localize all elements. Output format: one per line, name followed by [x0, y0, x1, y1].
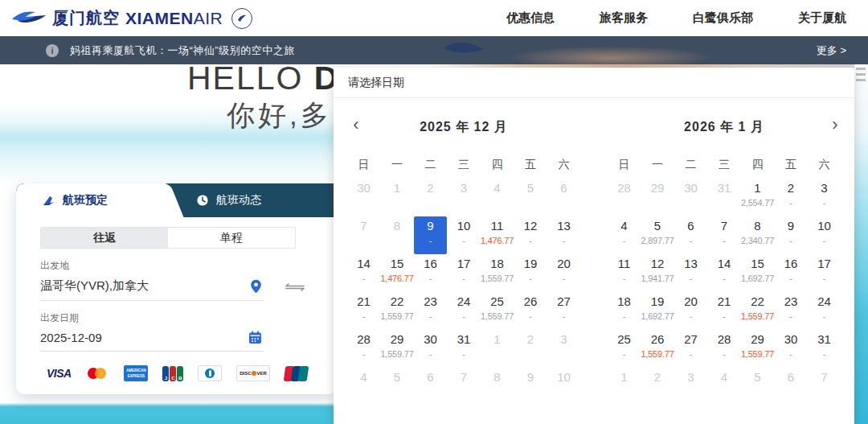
day-cell[interactable]: 121,941.77	[641, 254, 674, 292]
day-cell[interactable]: 25-	[608, 330, 641, 368]
nav-item[interactable]: 优惠信息	[506, 10, 555, 26]
day-cell[interactable]: 4-	[608, 216, 641, 254]
day-number: 2	[514, 332, 547, 347]
weekday-label: 五	[774, 158, 808, 174]
month-block: 2026 年 1 月日一二三四五六2829303112,554.772-3-4-…	[594, 98, 854, 405]
weekday-label: 六	[547, 158, 581, 174]
weekday-label: 四	[481, 158, 514, 174]
day-cell[interactable]: 11-	[608, 254, 641, 292]
day-cell[interactable]: 14-	[347, 254, 381, 292]
day-number: 23	[774, 294, 808, 309]
day-cell[interactable]: 27-	[547, 292, 581, 330]
day-cell[interactable]: 111,476.77	[481, 216, 514, 254]
day-cell: 4	[347, 368, 381, 405]
day-number: 26	[641, 332, 674, 347]
day-cell[interactable]: 10-	[808, 216, 841, 254]
day-number: 27	[674, 332, 708, 347]
day-number: 7	[707, 219, 741, 233]
calendar-icon[interactable]	[248, 331, 262, 344]
day-cell[interactable]: 18-	[608, 292, 641, 330]
day-cell[interactable]: 31-	[447, 330, 481, 368]
day-cell[interactable]: 13-	[547, 216, 581, 254]
day-number: 1	[741, 181, 775, 196]
day-cell[interactable]: 10-	[447, 216, 481, 254]
day-cell[interactable]: 82,340.77	[741, 216, 775, 254]
day-number: 1	[608, 370, 641, 385]
weekday-label: 二	[674, 158, 708, 174]
day-price: -	[774, 311, 808, 322]
day-cell[interactable]: 291,559.77	[380, 330, 414, 368]
day-cell[interactable]: 23-	[774, 292, 808, 330]
tab-flight-booking[interactable]: 航班预定	[16, 183, 166, 217]
day-cell[interactable]: 7-	[707, 216, 741, 254]
day-cell[interactable]: 24-	[808, 292, 841, 330]
nav-item[interactable]: 关于厦航	[798, 10, 846, 26]
day-cell[interactable]: 21-	[707, 292, 741, 330]
day-number: 10	[547, 370, 581, 385]
day-cell[interactable]: 151,476.77	[380, 254, 414, 292]
day-cell: 6	[414, 368, 448, 405]
day-cell[interactable]: 6-	[674, 216, 708, 254]
day-cell[interactable]: 9-	[414, 216, 448, 254]
day-cell[interactable]: 17-	[808, 254, 841, 292]
weekday-label: 四	[741, 158, 775, 174]
day-cell[interactable]: 19-	[514, 254, 547, 292]
swap-cities-icon[interactable]	[285, 281, 305, 294]
day-cell[interactable]: 26-	[514, 292, 547, 330]
departure-date-input[interactable]: 2025-12-09	[40, 325, 264, 352]
next-month-button[interactable]: ›	[827, 116, 843, 134]
day-cell[interactable]: 12,554.77	[741, 179, 775, 216]
trip-option-roundtrip[interactable]: 往返	[41, 228, 168, 248]
day-cell: 28	[608, 179, 641, 216]
day-cell[interactable]: 16-	[774, 254, 808, 292]
departure-city-field: 出发地 温哥华(YVR),加拿大	[40, 259, 313, 301]
day-cell[interactable]: 52,897.77	[641, 216, 674, 254]
trip-option-oneway[interactable]: 单程	[168, 228, 295, 248]
weekday-label: 日	[608, 158, 641, 174]
day-cell[interactable]: 16-	[414, 254, 448, 292]
day-cell[interactable]: 221,559.77	[380, 292, 414, 330]
day-cell[interactable]: 20-	[674, 292, 708, 330]
day-cell[interactable]: 151,692.77	[741, 254, 775, 292]
day-cell[interactable]: 17-	[447, 254, 481, 292]
day-cell[interactable]: 28-	[707, 330, 741, 368]
day-number: 27	[547, 294, 581, 309]
day-cell[interactable]: 20-	[547, 254, 581, 292]
day-cell[interactable]: 14-	[707, 254, 741, 292]
day-cell[interactable]: 30-	[414, 330, 448, 368]
day-price: -	[674, 311, 708, 322]
day-cell[interactable]: 12-	[514, 216, 547, 254]
day-cell[interactable]: 31-	[808, 330, 841, 368]
day-cell[interactable]: 191,692.77	[641, 292, 674, 330]
day-cell[interactable]: 28-	[347, 330, 381, 368]
day-number: 8	[481, 370, 514, 385]
day-cell[interactable]: 27-	[674, 330, 708, 368]
notice-more-link[interactable]: 更多 >	[817, 43, 846, 58]
day-cell[interactable]: 181,559.77	[481, 254, 514, 292]
nav-item[interactable]: 旅客服务	[600, 10, 648, 26]
day-cell[interactable]: 24-	[447, 292, 481, 330]
day-cell[interactable]: 30-	[774, 330, 808, 368]
departure-city-input[interactable]: 温哥华(YVR),加拿大	[40, 273, 264, 301]
prev-month-button[interactable]: ‹	[348, 116, 364, 134]
location-pin-icon[interactable]	[250, 279, 262, 294]
day-cell[interactable]: 3-	[808, 179, 841, 216]
day-cell[interactable]: 221,559.77	[741, 292, 775, 330]
plane-icon	[42, 195, 55, 207]
day-number: 22	[741, 294, 775, 309]
nav-item[interactable]: 白鹭俱乐部	[693, 10, 753, 26]
day-cell[interactable]: 13-	[674, 254, 708, 292]
day-cell: 4	[481, 179, 514, 216]
day-number: 4	[707, 370, 741, 385]
day-cell[interactable]: 23-	[414, 292, 448, 330]
day-cell: 31	[707, 179, 741, 216]
day-cell[interactable]: 9-	[774, 216, 808, 254]
day-cell[interactable]: 261,559.77	[641, 330, 674, 368]
day-price: -	[774, 235, 808, 246]
day-cell[interactable]: 291,559.77	[741, 330, 775, 368]
day-cell[interactable]: 2-	[774, 179, 808, 216]
xiamenair-logo[interactable]: 厦门航空 XIAMENAIR	[11, 7, 252, 29]
day-cell: 2	[641, 368, 674, 405]
day-cell[interactable]: 21-	[347, 292, 381, 330]
day-cell[interactable]: 251,559.77	[481, 292, 514, 330]
